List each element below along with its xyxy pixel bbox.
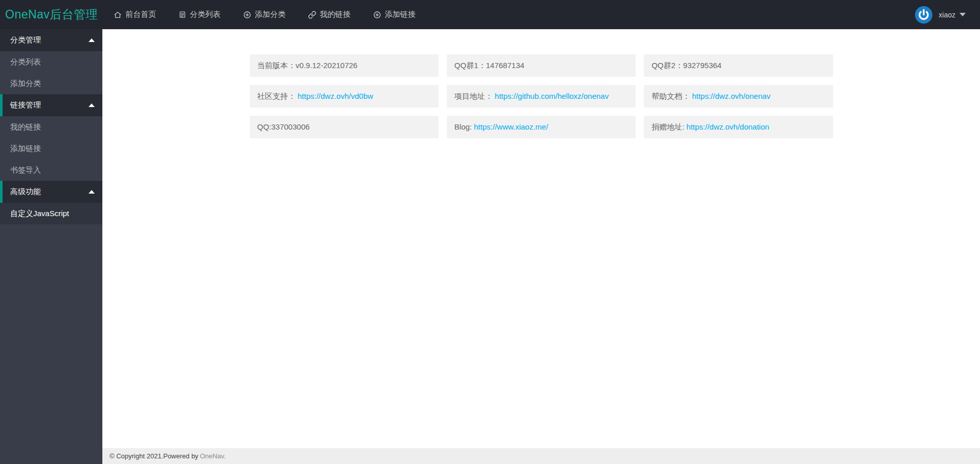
card-label: 帮助文档： (651, 92, 690, 100)
card-label: QQ群1：147687134 (454, 61, 525, 70)
app-logo[interactable]: OneNav后台管理 (0, 7, 102, 23)
card-label: 社区支持： (257, 92, 296, 100)
info-card-qq: QQ:337003006 (250, 116, 439, 138)
sidebar-item-category-list[interactable]: 分类列表 (0, 51, 102, 73)
help-doc-link[interactable]: https://dwz.ovh/onenav (692, 92, 770, 100)
copyright-text: © Copyright 2021.Powered by (110, 452, 199, 460)
sidebar-group-category-mgmt[interactable]: 分类管理 (0, 29, 102, 51)
power-avatar-icon[interactable] (915, 6, 932, 24)
info-card-blog: Blog:https://www.xiaoz.me/ (447, 116, 636, 138)
info-card-qq-group1: QQ群1：147687134 (447, 54, 636, 77)
topnav-label: 前台首页 (125, 10, 156, 19)
topnav-label: 我的链接 (320, 10, 351, 19)
info-card-grid: 当前版本：v0.9.12-20210726 QQ群1：147687134 QQ群… (250, 54, 833, 138)
sidebar-group-label: 分类管理 (10, 35, 41, 45)
project-link[interactable]: https://github.com/helloxz/onenav (495, 92, 609, 100)
topnav-label: 分类列表 (190, 10, 221, 19)
topnav-label: 添加分类 (255, 10, 286, 19)
user-menu[interactable]: xiaoz (939, 11, 966, 19)
sidebar-item-label: 自定义JavaScript (10, 209, 69, 219)
sidebar-group-label: 高级功能 (10, 187, 41, 197)
sidebar-item-add-link[interactable]: 添加链接 (0, 138, 102, 159)
sidebar-item-custom-javascript[interactable]: 自定义JavaScript (0, 203, 102, 224)
topnav-item-add-link[interactable]: 添加链接 (362, 0, 427, 29)
sidebar-item-label: 分类列表 (10, 57, 41, 67)
card-label: 当前版本：v0.9.12-20210726 (257, 61, 358, 70)
sidebar-group-link-mgmt[interactable]: 链接管理 (0, 94, 102, 116)
card-label: Blog: (454, 122, 472, 131)
topnav-item-category-list[interactable]: 分类列表 (167, 0, 232, 29)
donation-link[interactable]: https://dwz.ovh/donation (686, 122, 769, 131)
top-nav: 前台首页 分类列表 添加分类 我的链接 添加链接 (102, 0, 427, 29)
sidebar-item-add-category[interactable]: 添加分类 (0, 73, 102, 94)
chevron-up-icon (89, 103, 95, 107)
footer: © Copyright 2021.Powered by OneNav. (102, 448, 980, 464)
card-label: 捐赠地址: (651, 122, 684, 131)
sidebar-item-bookmark-import[interactable]: 书签导入 (0, 159, 102, 181)
info-card-version: 当前版本：v0.9.12-20210726 (250, 54, 439, 77)
sidebar-item-my-links[interactable]: 我的链接 (0, 116, 102, 138)
header-user-area: xiaoz (915, 6, 980, 24)
topnav-item-my-links[interactable]: 我的链接 (297, 0, 362, 29)
doc-list-icon (179, 11, 186, 18)
card-label: 项目地址： (454, 92, 493, 100)
sidebar-item-label: 我的链接 (10, 122, 41, 132)
sidebar-item-label: 添加分类 (10, 79, 41, 89)
topnav-item-add-category[interactable]: 添加分类 (232, 0, 297, 29)
chevron-down-icon (960, 13, 966, 16)
blog-link[interactable]: https://www.xiaoz.me/ (474, 122, 548, 131)
username-label: xiaoz (939, 11, 955, 19)
chevron-up-icon (89, 38, 95, 42)
link-icon (308, 11, 316, 19)
info-card-help-doc: 帮助文档：https://dwz.ovh/onenav (644, 85, 833, 108)
info-card-community: 社区支持：https://dwz.ovh/vd0bw (250, 85, 439, 108)
sidebar-group-advanced[interactable]: 高级功能 (0, 181, 102, 203)
chevron-up-icon (89, 190, 95, 194)
card-label: QQ:337003006 (257, 122, 310, 131)
add-circle-icon (243, 11, 251, 19)
onenav-footer-link[interactable]: OneNav. (200, 452, 226, 460)
topnav-item-frontend-home[interactable]: 前台首页 (102, 0, 167, 29)
info-card-qq-group2: QQ群2：932795364 (644, 54, 833, 77)
top-header: OneNav后台管理 前台首页 分类列表 添加分类 我的链接 (0, 0, 980, 29)
info-card-project: 项目地址：https://github.com/helloxz/onenav (447, 85, 636, 108)
info-card-donation: 捐赠地址:https://dwz.ovh/donation (644, 116, 833, 138)
community-link[interactable]: https://dwz.ovh/vd0bw (298, 92, 374, 100)
home-icon (114, 11, 122, 19)
card-label: QQ群2：932795364 (651, 61, 722, 70)
topnav-label: 添加链接 (385, 10, 416, 19)
sidebar-item-label: 书签导入 (10, 165, 41, 175)
main-area: 当前版本：v0.9.12-20210726 QQ群1：147687134 QQ群… (102, 29, 980, 464)
main-content: 当前版本：v0.9.12-20210726 QQ群1：147687134 QQ群… (102, 29, 980, 448)
sidebar-item-label: 添加链接 (10, 144, 41, 154)
sidebar-group-label: 链接管理 (10, 100, 41, 110)
sidebar: 分类管理 分类列表 添加分类 链接管理 我的链接 添加链接 书签导入 高级功能 … (0, 29, 102, 464)
add-circle-icon (373, 11, 381, 19)
